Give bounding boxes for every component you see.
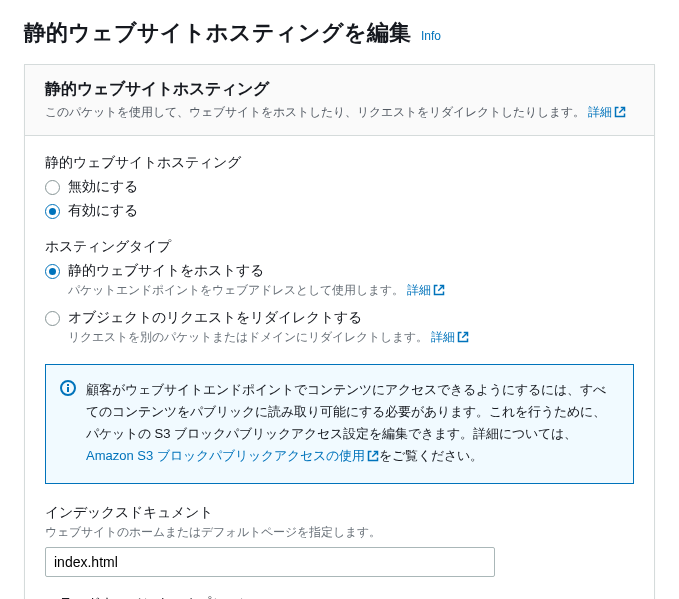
hosting-type-redirect-radio[interactable]: オブジェクトのリクエストをリダイレクトする リクエストを別のパケットまたはドメイ… [45, 309, 634, 346]
radio-icon [45, 264, 60, 279]
panel-title: 静的ウェブサイトホスティング [45, 79, 634, 100]
error-document-label: エラードキュメント - オプション [45, 595, 634, 599]
external-link-icon [614, 106, 626, 121]
radio-icon [45, 311, 60, 326]
panel-header: 静的ウェブサイトホスティング このパケットを使用して、ウェブサイトをホストしたり… [25, 65, 654, 136]
info-icon [60, 380, 76, 469]
panel-detail-link[interactable]: 詳細 [588, 105, 626, 119]
hosting-type-host-detail-link[interactable]: 詳細 [407, 283, 445, 297]
index-document-label: インデックスドキュメント [45, 504, 634, 522]
info-text: 顧客がウェブサイトエンドポイントでコンテンツにアクセスできるようにするには、すべ… [86, 379, 617, 469]
settings-panel: 静的ウェブサイトホスティング このパケットを使用して、ウェブサイトをホストしたり… [24, 64, 655, 599]
svg-rect-2 [67, 384, 69, 386]
external-link-icon [457, 331, 469, 346]
page-title: 静的ウェブサイトホスティングを編集 [24, 18, 411, 48]
page-header: 静的ウェブサイトホスティングを編集 Info [24, 18, 655, 48]
external-link-icon [433, 284, 445, 299]
hosting-toggle-group: 静的ウェブサイトホスティング 無効にする 有効にする [45, 154, 634, 220]
svg-rect-1 [67, 387, 69, 392]
info-link[interactable]: Info [421, 29, 441, 43]
hosting-enable-radio[interactable]: 有効にする [45, 202, 634, 220]
hosting-disable-radio[interactable]: 無効にする [45, 178, 634, 196]
error-document-field: エラードキュメント - オプション これはエラーが発生すると返されます。 [45, 595, 634, 599]
hosting-type-group: ホスティングタイプ 静的ウェブサイトをホストする パケットエンドポイントをウェブ… [45, 238, 634, 346]
external-link-icon [367, 447, 379, 469]
block-public-access-link[interactable]: Amazon S3 ブロックパブリックアクセスの使用 [86, 448, 379, 463]
index-document-input[interactable] [45, 547, 495, 577]
hosting-type-redirect-detail-link[interactable]: 詳細 [431, 330, 469, 344]
hosting-type-label: ホスティングタイプ [45, 238, 634, 256]
public-access-info-alert: 顧客がウェブサイトエンドポイントでコンテンツにアクセスできるようにするには、すべ… [45, 364, 634, 484]
index-document-hint: ウェブサイトのホームまたはデフォルトページを指定します。 [45, 524, 634, 541]
index-document-field: インデックスドキュメント ウェブサイトのホームまたはデフォルトページを指定します… [45, 504, 634, 577]
radio-icon [45, 204, 60, 219]
radio-icon [45, 180, 60, 195]
hosting-type-host-radio[interactable]: 静的ウェブサイトをホストする パケットエンドポイントをウェブアドレスとして使用し… [45, 262, 634, 299]
panel-desc: このパケットを使用して、ウェブサイトをホストしたり、リクエストをリダイレクトした… [45, 104, 634, 121]
hosting-label: 静的ウェブサイトホスティング [45, 154, 634, 172]
